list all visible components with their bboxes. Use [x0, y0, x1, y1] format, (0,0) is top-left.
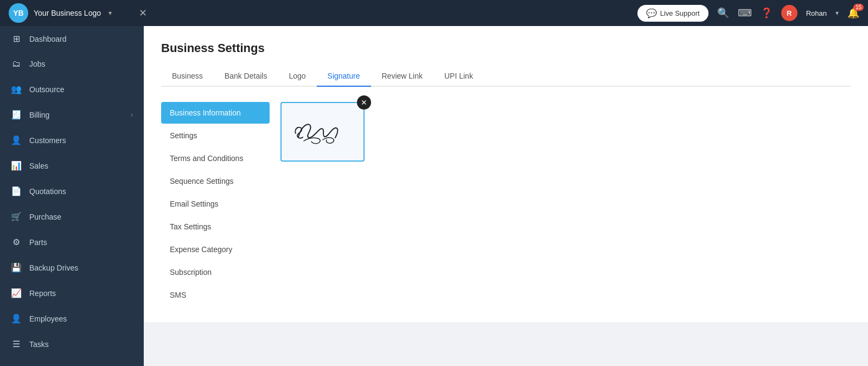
sidebar-item-parts[interactable]: ⚙ Parts — [0, 229, 144, 255]
sidebar-item-label: Purchase — [29, 213, 61, 221]
sidebar-item-label: Outsource — [29, 85, 65, 94]
signature-box — [280, 102, 365, 162]
sidebar-item-outsource[interactable]: 👥 Outsource — [0, 76, 144, 102]
close-button[interactable]: ✕ — [139, 7, 147, 19]
settings-menu-settings[interactable]: Settings — [161, 125, 270, 146]
sidebar-item-employees[interactable]: 👤 Employees — [0, 306, 144, 331]
quotations-icon: 📄 — [11, 186, 22, 196]
tab-signature[interactable]: Signature — [317, 66, 371, 87]
sidebar-item-label: Customers — [29, 136, 66, 145]
signature-wrapper: ✕ — [280, 102, 365, 162]
settings-menu-sequence-settings[interactable]: Sequence Settings — [161, 170, 270, 192]
sales-icon: 📊 — [11, 160, 22, 171]
dashboard-icon: ⊞ — [11, 34, 22, 44]
tabs-bar: BusinessBank DetailsLogoSignatureReview … — [161, 66, 851, 87]
sidebar-item-backup-drives[interactable]: 💾 Backup Drives — [0, 255, 144, 280]
tab-logo[interactable]: Logo — [278, 66, 316, 87]
tab-upi-link[interactable]: UPI Link — [433, 66, 484, 87]
sidebar-item-label: Tasks — [29, 340, 49, 349]
jobs-icon: 🗂 — [11, 59, 22, 69]
navbar: YB Your Business Logo ▾ ✕ 💬 Live Support… — [0, 0, 868, 26]
sidebar-item-purchase[interactable]: 🛒 Purchase — [0, 204, 144, 229]
live-support-icon: 💬 — [646, 8, 657, 18]
sidebar-item-label: Jobs — [29, 60, 46, 68]
brand-name: Your Business Logo — [34, 9, 101, 17]
signature-image — [288, 107, 358, 156]
sidebar-item-jobs[interactable]: 🗂 Jobs — [0, 52, 144, 76]
live-support-button[interactable]: 💬 Live Support — [637, 5, 709, 22]
settings-content: ✕ — [270, 102, 851, 307]
navbar-left: YB Your Business Logo ▾ ✕ — [9, 3, 147, 23]
reports-icon: 📈 — [11, 288, 22, 298]
tasks-icon: ☰ — [11, 339, 22, 349]
purchase-icon: 🛒 — [11, 211, 22, 222]
settings-menu-terms-conditions[interactable]: Terms and Conditions — [161, 147, 270, 169]
navbar-right: 💬 Live Support 🔍 ⌨ ❓ R Rohan ▾ 🔔 15 — [637, 5, 859, 22]
tab-bank-details[interactable]: Bank Details — [214, 66, 278, 87]
sidebar-item-label: Quotations — [29, 187, 66, 196]
keyboard-icon[interactable]: ⌨ — [738, 7, 752, 19]
settings-menu-expense-category[interactable]: Expense Category — [161, 239, 270, 260]
sidebar-item-label: Billing — [29, 111, 49, 119]
notification-bell[interactable]: 🔔 15 — [847, 7, 859, 19]
content-background — [144, 322, 868, 366]
sidebar-item-label: Reports — [29, 289, 56, 298]
settings-menu-sms[interactable]: SMS — [161, 284, 270, 306]
sidebar-item-reports[interactable]: 📈 Reports — [0, 280, 144, 306]
sidebar-item-dashboard[interactable]: ⊞ Dashboard — [0, 26, 144, 52]
notification-badge: 15 — [853, 4, 864, 11]
settings-layout: Business InformationSettingsTerms and Co… — [161, 102, 851, 307]
settings-menu-business-information[interactable]: Business Information — [161, 102, 270, 124]
sidebar-item-customers[interactable]: 👤 Customers — [0, 127, 144, 153]
sidebar-item-tasks[interactable]: ☰ Tasks — [0, 331, 144, 357]
sidebar-item-label: Employees — [29, 314, 67, 323]
billing-icon: 🧾 — [11, 110, 22, 120]
signature-close-button[interactable]: ✕ — [357, 95, 371, 110]
brand-logo: YB — [9, 3, 28, 23]
sidebar: ⊞ Dashboard 🗂 Jobs 👥 Outsource 🧾 Billing… — [0, 26, 144, 366]
business-settings-container: Business Settings BusinessBank DetailsLo… — [144, 26, 868, 322]
parts-icon: ⚙ — [11, 237, 22, 247]
content-area: Business Settings BusinessBank DetailsLo… — [144, 26, 868, 366]
settings-sidebar: Business InformationSettingsTerms and Co… — [161, 102, 270, 307]
sidebar-item-label: Parts — [29, 238, 47, 247]
outsource-icon: 👥 — [11, 84, 22, 94]
main-layout: ⊞ Dashboard 🗂 Jobs 👥 Outsource 🧾 Billing… — [0, 26, 868, 366]
search-icon[interactable]: 🔍 — [717, 7, 729, 19]
help-icon[interactable]: ❓ — [761, 7, 773, 19]
sidebar-arrow-icon: › — [131, 111, 133, 119]
settings-menu-email-settings[interactable]: Email Settings — [161, 193, 270, 215]
tab-review-link[interactable]: Review Link — [371, 66, 433, 87]
avatar: R — [781, 5, 797, 21]
backup-drives-icon: 💾 — [11, 262, 22, 273]
sidebar-item-label: Dashboard — [29, 35, 67, 43]
settings-menu-subscription[interactable]: Subscription — [161, 261, 270, 283]
tab-business[interactable]: Business — [161, 66, 214, 87]
sidebar-item-label: Sales — [29, 162, 48, 170]
sidebar-item-billing[interactable]: 🧾 Billing › — [0, 102, 144, 127]
sidebar-item-label: Backup Drives — [29, 264, 78, 272]
user-name: Rohan — [806, 9, 827, 17]
user-chevron-icon[interactable]: ▾ — [835, 9, 839, 17]
brand-chevron-icon[interactable]: ▾ — [108, 9, 112, 17]
sidebar-item-quotations[interactable]: 📄 Quotations — [0, 178, 144, 204]
settings-menu-tax-settings[interactable]: Tax Settings — [161, 216, 270, 237]
sidebar-item-sales[interactable]: 📊 Sales — [0, 153, 144, 178]
employees-icon: 👤 — [11, 313, 22, 324]
page-title: Business Settings — [161, 41, 851, 55]
customers-icon: 👤 — [11, 135, 22, 145]
